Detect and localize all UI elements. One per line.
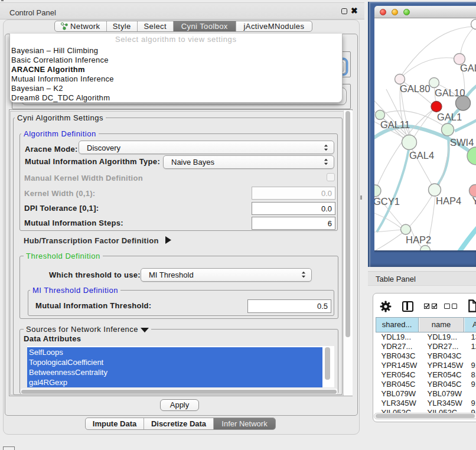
svg-text:SWI4: SWI4 [450, 137, 474, 148]
svg-text:HAP2: HAP2 [406, 234, 431, 245]
svg-text:GAL10: GAL10 [435, 87, 465, 98]
svg-text:GAL1: GAL1 [437, 112, 462, 122]
svg-text:GAL80: GAL80 [400, 83, 430, 94]
svg-text:GCY1: GCY1 [374, 196, 400, 207]
svg-text:GAL4: GAL4 [409, 150, 434, 161]
svg-text:GAL: GAL [460, 63, 476, 73]
svg-text:Y: Y [472, 195, 476, 206]
svg-text:GAL11: GAL11 [380, 119, 410, 130]
svg-text:HAP4: HAP4 [436, 195, 461, 206]
